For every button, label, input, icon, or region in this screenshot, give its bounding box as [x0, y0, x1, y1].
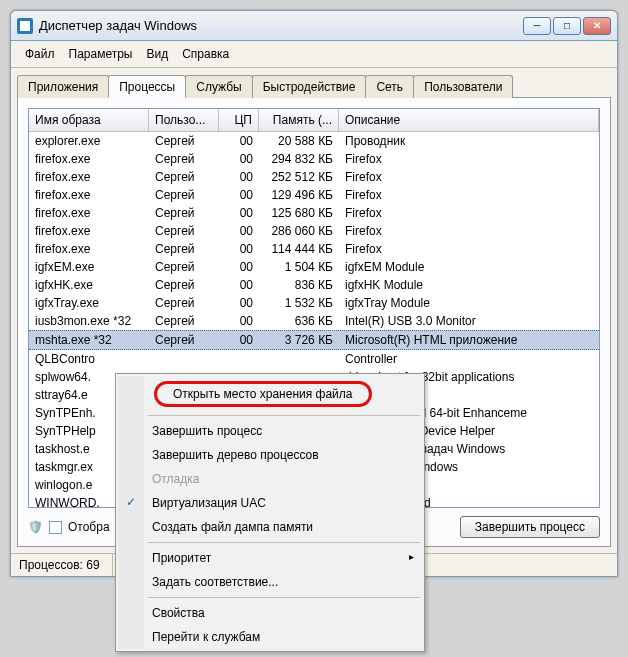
col-name[interactable]: Имя образа — [29, 109, 149, 131]
menu-debug: Отладка — [118, 467, 422, 491]
status-processes: Процессов: 69 — [11, 554, 113, 576]
tab-users[interactable]: Пользователи — [413, 75, 513, 98]
tab-performance[interactable]: Быстродействие — [252, 75, 367, 98]
menu-end-process[interactable]: Завершить процесс — [118, 419, 422, 443]
minimize-button[interactable]: ─ — [523, 17, 551, 35]
window-title: Диспетчер задач Windows — [39, 18, 521, 33]
menu-help[interactable]: Справка — [176, 45, 235, 63]
menu-file[interactable]: Файл — [19, 45, 61, 63]
table-row[interactable]: explorer.exeСергей0020 588 КБПроводник — [29, 132, 599, 150]
app-icon — [17, 18, 33, 34]
col-cpu[interactable]: ЦП — [219, 109, 259, 131]
menu-set-affinity[interactable]: Задать соответствие... — [118, 570, 422, 594]
shield-icon: 🛡️ — [28, 520, 43, 534]
table-row[interactable]: firefox.exeСергей00125 680 КБFirefox — [29, 204, 599, 222]
table-row[interactable]: firefox.exeСергей00129 496 КБFirefox — [29, 186, 599, 204]
close-button[interactable]: ✕ — [583, 17, 611, 35]
task-manager-window: Диспетчер задач Windows ─ □ ✕ Файл Парам… — [10, 10, 618, 577]
col-user[interactable]: Пользо... — [149, 109, 219, 131]
highlight-annotation: Открыть место хранения файла — [154, 381, 372, 407]
menu-open-file-location[interactable]: Открыть место хранения файла — [120, 376, 420, 412]
col-desc[interactable]: Описание — [339, 109, 599, 131]
tab-processes[interactable]: Процессы — [108, 75, 186, 98]
menu-priority[interactable]: Приоритет — [118, 546, 422, 570]
show-all-checkbox[interactable] — [49, 521, 62, 534]
tab-network[interactable]: Сеть — [365, 75, 414, 98]
table-row[interactable]: firefox.exeСергей00286 060 КБFirefox — [29, 222, 599, 240]
table-row[interactable]: mshta.exe *32Сергей003 726 КБMicrosoft(R… — [29, 330, 599, 350]
menu-uac-virtualization[interactable]: ✓ Виртуализация UAC — [118, 491, 422, 515]
column-headers: Имя образа Пользо... ЦП Память (... Опис… — [29, 109, 599, 132]
menu-properties[interactable]: Свойства — [118, 601, 422, 625]
tab-applications[interactable]: Приложения — [17, 75, 109, 98]
context-menu: Открыть место хранения файла Завершить п… — [115, 373, 425, 652]
table-row[interactable]: igfxTray.exeСергей001 532 КБigfxTray Mod… — [29, 294, 599, 312]
col-mem[interactable]: Память (... — [259, 109, 339, 131]
check-icon: ✓ — [126, 495, 136, 509]
table-row[interactable]: igfxEM.exeСергей001 504 КБigfxEM Module — [29, 258, 599, 276]
maximize-button[interactable]: □ — [553, 17, 581, 35]
table-row[interactable]: firefox.exeСергей00294 832 КБFirefox — [29, 150, 599, 168]
end-process-button[interactable]: Завершить процесс — [460, 516, 600, 538]
titlebar[interactable]: Диспетчер задач Windows ─ □ ✕ — [11, 11, 617, 41]
table-row[interactable]: igfxHK.exeСергей00836 КБigfxHK Module — [29, 276, 599, 294]
menubar: Файл Параметры Вид Справка — [11, 41, 617, 68]
tab-services[interactable]: Службы — [185, 75, 252, 98]
show-all-label: Отобра — [68, 520, 110, 534]
table-row[interactable]: iusb3mon.exe *32Сергей00636 КБIntel(R) U… — [29, 312, 599, 330]
menu-view[interactable]: Вид — [140, 45, 174, 63]
menu-create-dump[interactable]: Создать файл дампа памяти — [118, 515, 422, 539]
menu-end-process-tree[interactable]: Завершить дерево процессов — [118, 443, 422, 467]
table-row[interactable]: firefox.exeСергей00252 512 КБFirefox — [29, 168, 599, 186]
tab-strip: Приложения Процессы Службы Быстродействи… — [17, 74, 611, 98]
table-row[interactable]: QLBControController — [29, 350, 599, 368]
table-row[interactable]: firefox.exeСергей00114 444 КБFirefox — [29, 240, 599, 258]
menu-goto-services[interactable]: Перейти к службам — [118, 625, 422, 649]
menu-options[interactable]: Параметры — [63, 45, 139, 63]
